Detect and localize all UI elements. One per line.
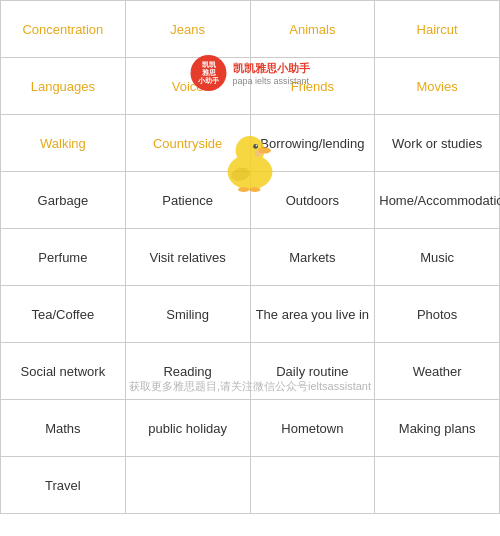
table-row: PerfumeVisit relativesMarketsMusic (1, 229, 500, 286)
cell-r2-c0: Walking (1, 115, 126, 172)
cell-r2-c3: Work or studies (375, 115, 500, 172)
cell-r8-c0: Travel (1, 457, 126, 514)
cell-r0-c0: Concentration (1, 1, 126, 58)
cell-r2-c1: Countryside (125, 115, 250, 172)
cell-r1-c2: Friends (250, 58, 375, 115)
cell-r4-c1: Visit relatives (125, 229, 250, 286)
cell-r3-c3: Home/Accommodation (375, 172, 500, 229)
cell-r5-c0: Tea/Coffee (1, 286, 126, 343)
cell-r8-c1 (125, 457, 250, 514)
table-row: ConcentrationJeansAnimalsHaircut (1, 1, 500, 58)
cell-r3-c1: Patience (125, 172, 250, 229)
cell-r3-c2: Outdoors (250, 172, 375, 229)
cell-r8-c3 (375, 457, 500, 514)
cell-r6-c0: Social network (1, 343, 126, 400)
cell-r1-c1: Voice (125, 58, 250, 115)
cell-r2-c2: Borrowing/lending (250, 115, 375, 172)
cell-r7-c2: Hometown (250, 400, 375, 457)
cell-r7-c3: Making plans (375, 400, 500, 457)
cell-r7-c0: Maths (1, 400, 126, 457)
cell-r7-c1: public holiday (125, 400, 250, 457)
cell-r4-c3: Music (375, 229, 500, 286)
cell-r0-c1: Jeans (125, 1, 250, 58)
cell-r4-c0: Perfume (1, 229, 126, 286)
table-row: Social networkReadingDaily routineWeathe… (1, 343, 500, 400)
cell-r6-c1: Reading (125, 343, 250, 400)
cell-r4-c2: Markets (250, 229, 375, 286)
table-row: LanguagesVoiceFriendsMovies (1, 58, 500, 115)
topic-table: ConcentrationJeansAnimalsHaircutLanguage… (0, 0, 500, 514)
table-row: Tea/CoffeeSmilingThe area you live inPho… (1, 286, 500, 343)
cell-r8-c2 (250, 457, 375, 514)
cell-r6-c2: Daily routine (250, 343, 375, 400)
table-row: Travel (1, 457, 500, 514)
table-row: WalkingCountrysideBorrowing/lendingWork … (1, 115, 500, 172)
cell-r6-c3: Weather (375, 343, 500, 400)
cell-r3-c0: Garbage (1, 172, 126, 229)
cell-r0-c3: Haircut (375, 1, 500, 58)
cell-r0-c2: Animals (250, 1, 375, 58)
cell-r5-c2: The area you live in (250, 286, 375, 343)
table-row: Mathspublic holidayHometownMaking plans (1, 400, 500, 457)
cell-r1-c3: Movies (375, 58, 500, 115)
cell-r1-c0: Languages (1, 58, 126, 115)
cell-r5-c1: Smiling (125, 286, 250, 343)
table-row: GarbagePatienceOutdoorsHome/Accommodatio… (1, 172, 500, 229)
cell-r5-c3: Photos (375, 286, 500, 343)
